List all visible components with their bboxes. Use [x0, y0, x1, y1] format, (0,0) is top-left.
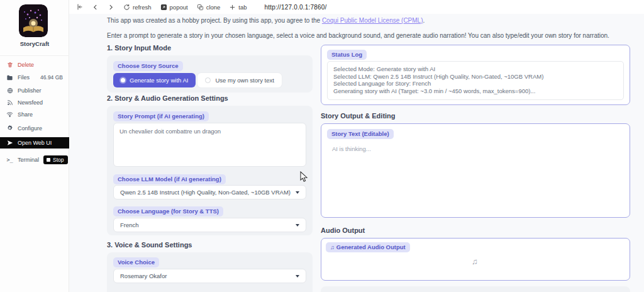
story-prompt-input[interactable]: Un chevalier doit combattre un dragon [113, 123, 306, 167]
story-text-input[interactable]: AI is thinking... [326, 141, 625, 213]
sidebar-item-label: Terminal [18, 157, 39, 163]
status-log-output[interactable]: Selected Mode: Generate story with AI Se… [327, 61, 624, 100]
chevron-down-icon [296, 224, 299, 227]
chevron-right-icon [108, 4, 114, 11]
sidebar-item-publisher[interactable]: Publisher [0, 84, 69, 96]
language-dropdown[interactable]: French [113, 218, 306, 232]
language-value: French [120, 222, 139, 228]
sidebar-item-label: Open Web UI [18, 140, 52, 146]
intro-text: Enter a prompt to generate a story in yo… [107, 32, 610, 39]
status-log-label: Status Log [327, 50, 367, 60]
paper-plane-icon [6, 140, 13, 147]
radio-label: Generate story with AI [130, 77, 188, 84]
story-source-label: Choose Story Source [113, 61, 183, 71]
app-sidebar: StoryCraft Delete Files 46.94 GB Publish [0, 0, 69, 292]
generated-audio-label: ♫Generated Audio Output [326, 242, 410, 252]
radio-use-own-story[interactable]: Use my own story text [197, 73, 281, 87]
radio-label: Use my own story text [215, 77, 274, 84]
sidebar-item-label: Share [18, 111, 33, 118]
stop-square-icon [47, 158, 50, 162]
browser-toolbar: refresh popout clone tab http://127.0.0.… [69, 0, 644, 14]
next-section-panel-edge [321, 286, 630, 292]
chevron-down-icon [296, 191, 299, 194]
sidebar-menu: Delete Files 46.94 GB Publisher Newsfee [0, 55, 69, 167]
new-tab-button[interactable]: tab [229, 4, 247, 11]
sidebar-item-files[interactable]: Files 46.94 GB [0, 70, 69, 84]
collapse-left-icon [75, 3, 83, 11]
voice-choice-label: Voice Choice [113, 257, 159, 267]
tab-label: tab [238, 4, 247, 11]
popout-icon [160, 4, 167, 11]
sidebar-item-label: Files [18, 74, 30, 81]
back-button[interactable] [92, 4, 99, 11]
refresh-icon [123, 4, 130, 11]
plus-icon [229, 4, 236, 11]
section1-title: 1. Story Input Mode [107, 44, 171, 52]
story-source-radio-group: Generate story with AI Use my own story … [113, 73, 282, 87]
voice-choice-dropdown[interactable]: Rosemary Okafor [113, 269, 306, 283]
sidebar-item-configure[interactable]: Configure [0, 122, 69, 134]
generated-audio-label-text: Generated Audio Output [336, 244, 406, 250]
sidebar-item-share[interactable]: Share [0, 108, 69, 120]
chevron-left-icon [92, 4, 99, 11]
story-prompt-label: Story Prompt (if AI generating) [113, 111, 209, 121]
chevron-down-icon [296, 275, 299, 278]
status-line: Selected Mode: Generate story with AI [333, 65, 618, 73]
refresh-label: refresh [133, 4, 152, 11]
sidebar-item-delete[interactable]: Delete [0, 59, 69, 70]
files-size-value: 46.94 GB [40, 74, 63, 81]
sidebar-item-label: Publisher [18, 87, 42, 94]
wifi-share-icon [6, 111, 13, 118]
status-line: Selected Language for Story: French [333, 80, 618, 87]
sidebar-item-label: Configure [18, 125, 42, 132]
license-link[interactable]: Coqui Public Model License (CPML) [322, 17, 423, 24]
disclaimer-suffix: . [423, 17, 425, 24]
sidebar-item-label: Delete [18, 62, 34, 68]
audio-output-title: Audio Output [321, 227, 365, 234]
sidebar-item-label: Newsfeed [18, 99, 43, 106]
story-output-title: Story Output & Editing [321, 112, 396, 120]
status-line: Selected LLM: Qwen 2.5 14B Instruct (Hig… [333, 73, 618, 81]
llm-model-value: Qwen 2.5 14B Instruct (High Quality, Non… [120, 189, 291, 196]
audio-placeholder-icon: ♫ [472, 257, 478, 266]
trash-icon [6, 61, 13, 68]
radio-unselected-dot-icon [205, 77, 211, 83]
disclaimer-prefix: This app was created as a hobby project.… [107, 17, 322, 24]
language-label: Choose Language (for Story & TTS) [113, 206, 223, 216]
story-text-label: Story Text (Editable) [327, 129, 394, 139]
radio-selected-dot-icon [121, 78, 125, 82]
music-note-icon: ♫ [330, 244, 335, 250]
globe-icon [6, 87, 13, 94]
sidebar-item-open-web-ui[interactable]: Open Web UI [0, 137, 69, 149]
gear-icon [6, 125, 13, 132]
forward-button[interactable] [108, 4, 114, 11]
section2-title: 2. Story & Audio Generation Settings [107, 94, 228, 102]
section3-title: 3. Voice & Sound Settings [107, 241, 192, 249]
app-window: refresh popout clone tab http://127.0.0.… [0, 0, 644, 292]
storycraft-logo [19, 4, 48, 37]
rss-icon [6, 99, 13, 106]
collapse-left-button[interactable] [75, 3, 83, 11]
clone-icon [197, 4, 204, 11]
llm-model-label: Choose LLM Model (if AI generating) [113, 174, 226, 184]
radio-generate-story-ai[interactable]: Generate story with AI [113, 73, 196, 87]
clone-label: clone [206, 4, 221, 11]
voice-choice-value: Rosemary Okafor [120, 272, 167, 279]
stop-button-label: Stop [53, 157, 64, 163]
stop-button[interactable]: Stop [43, 155, 68, 164]
url-field[interactable]: http://127.0.0.1:7860/ [265, 4, 327, 11]
refresh-button[interactable]: refresh [123, 4, 152, 11]
disclaimer-text: This app was created as a hobby project.… [107, 17, 597, 24]
popout-button[interactable]: popout [160, 4, 188, 11]
popout-label: popout [170, 4, 188, 11]
terminal-icon: >_ [6, 157, 13, 164]
folder-icon [6, 74, 13, 81]
app-title: StoryCraft [0, 40, 69, 47]
clone-button[interactable]: clone [197, 4, 221, 11]
sidebar-item-newsfeed[interactable]: Newsfeed [0, 96, 69, 108]
sidebar-item-terminal[interactable]: >_ Terminal Stop [0, 153, 69, 167]
status-line: Generating story with AI (Target: ~3.0 m… [333, 87, 618, 95]
llm-model-dropdown[interactable]: Qwen 2.5 14B Instruct (High Quality, Non… [113, 185, 306, 199]
